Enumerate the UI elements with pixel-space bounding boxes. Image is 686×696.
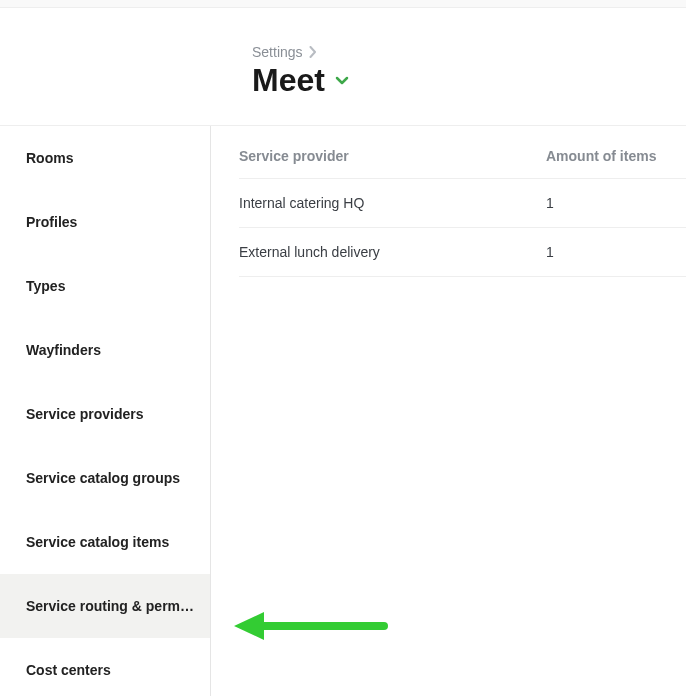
cell-amount: 1 <box>546 195 686 211</box>
sidebar-item-label: Service catalog groups <box>26 470 180 486</box>
sidebar-item-label: Service providers <box>26 406 144 422</box>
cell-amount: 1 <box>546 244 686 260</box>
sidebar-item-label: Service routing & permissions <box>26 598 210 614</box>
table-row[interactable]: External lunch delivery 1 <box>239 228 686 277</box>
sidebar-item-service-catalog-items[interactable]: Service catalog items <box>0 510 210 574</box>
sidebar-item-service-providers[interactable]: Service providers <box>0 382 210 446</box>
sidebar-item-rooms[interactable]: Rooms <box>0 126 210 190</box>
sidebar-item-label: Profiles <box>26 214 77 230</box>
cell-provider: External lunch delivery <box>239 244 546 260</box>
column-header-amount[interactable]: Amount of items <box>546 148 686 164</box>
sidebar: Rooms Profiles Types Wayfinders Service … <box>0 126 211 696</box>
page-title: Meet <box>252 62 325 99</box>
cell-provider: Internal catering HQ <box>239 195 546 211</box>
table-header: Service provider Amount of items <box>239 126 686 179</box>
sidebar-item-label: Cost centers <box>26 662 111 678</box>
title-dropdown[interactable]: Meet <box>252 62 686 99</box>
page-header: Settings Meet <box>0 8 686 126</box>
column-header-provider[interactable]: Service provider <box>239 148 546 164</box>
breadcrumb[interactable]: Settings <box>252 44 686 60</box>
sidebar-item-cost-centers[interactable]: Cost centers <box>0 638 210 696</box>
main-panel: Service provider Amount of items Interna… <box>211 126 686 696</box>
sidebar-item-service-catalog-groups[interactable]: Service catalog groups <box>0 446 210 510</box>
breadcrumb-label: Settings <box>252 44 303 60</box>
top-bar <box>0 0 686 8</box>
sidebar-item-wayfinders[interactable]: Wayfinders <box>0 318 210 382</box>
sidebar-item-profiles[interactable]: Profiles <box>0 190 210 254</box>
sidebar-item-service-routing-permissions[interactable]: Service routing & permissions <box>0 574 210 638</box>
sidebar-item-label: Service catalog items <box>26 534 169 550</box>
table-row[interactable]: Internal catering HQ 1 <box>239 179 686 228</box>
chevron-down-icon <box>335 76 349 86</box>
sidebar-item-label: Wayfinders <box>26 342 101 358</box>
content-area: Rooms Profiles Types Wayfinders Service … <box>0 126 686 696</box>
sidebar-item-label: Rooms <box>26 150 73 166</box>
chevron-right-icon <box>309 46 317 58</box>
sidebar-item-types[interactable]: Types <box>0 254 210 318</box>
sidebar-item-label: Types <box>26 278 65 294</box>
